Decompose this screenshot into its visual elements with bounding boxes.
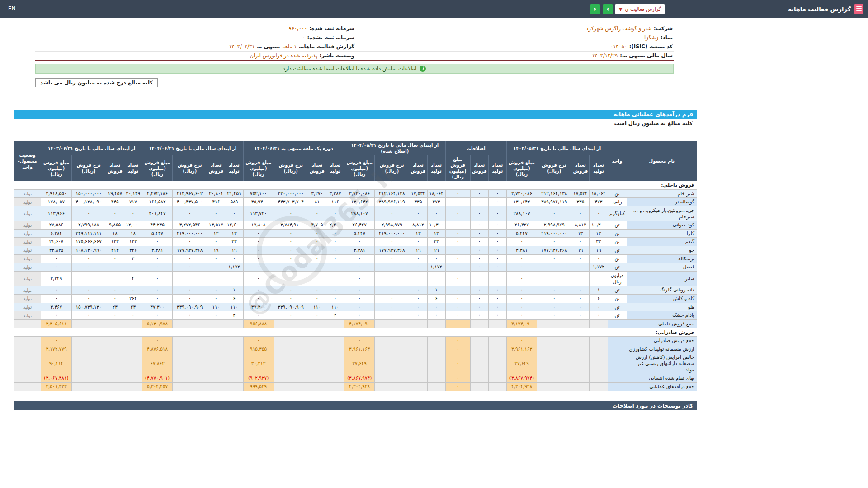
num-cell: ۰ (71, 286, 106, 295)
num-cell: ۱۲,۰۰۰ (124, 221, 142, 230)
gray-cell (274, 383, 308, 391)
unit-cell: تن (608, 303, 627, 311)
group-header-ytd-0531: از ابتدای سال مالی تا تاریخ ۱۴۰۴/۰۵/۳۱ (506, 141, 608, 155)
num-cell: ۱۶۶,۵۸۲ (142, 198, 172, 206)
status-cell: تولید (14, 311, 41, 320)
num-cell: ۳۸۹,۹۷۶,۱۱۹ (537, 198, 571, 206)
report-icon (854, 4, 863, 14)
num-cell: ۰ (571, 303, 590, 311)
num-cell: ۳,۷۸۴,۹۱۰ (274, 221, 308, 230)
gray-cell (207, 345, 225, 353)
num-cell: ۴ (124, 272, 142, 286)
num-cell: ۰ (590, 303, 608, 311)
amount-cell: ۰ (344, 337, 375, 345)
num-cell: ۱,۱۷۲ (225, 263, 243, 272)
gray-cell (488, 383, 506, 391)
gray-cell (590, 383, 608, 391)
gray-cell (225, 383, 243, 391)
name-cell: کاه و کلش (627, 294, 697, 303)
num-cell: ۰ (409, 238, 427, 246)
num-cell: ۰ (274, 254, 308, 263)
report-type-dropdown[interactable]: گزارش فعالیت ن ▼ (615, 4, 665, 14)
status-cell: تولید (14, 221, 41, 230)
gray-cell (409, 337, 427, 345)
num-cell: ۳ (124, 254, 142, 263)
amounts-note-wrap: کلیه مبالغ درج شده به میلیون ریال می باش… (35, 78, 674, 87)
language-toggle[interactable]: EN (8, 5, 16, 12)
product-row: کلزاتن۱۳۱۳۴۱۹,۰۰۰,۰۰۰۵,۴۴۷۰۰۰۱۳۱۳۴۱۹,۰۰۰… (14, 229, 697, 238)
gray-cell (308, 383, 326, 391)
nav-back-button[interactable]: ‹ (590, 4, 600, 14)
gray-cell (470, 337, 488, 345)
num-cell: ۰ (506, 303, 537, 311)
info-value: شیر و گوشت زاگرس شهرکرد (586, 25, 651, 32)
num-cell: ۱۳۰,۶۴۲ (506, 198, 537, 206)
num-cell: ۴۴۵ (106, 198, 124, 206)
num-cell: ۰ (409, 311, 427, 320)
gray-cell (409, 374, 427, 383)
num-cell: ۰ (142, 294, 172, 303)
num-cell: ۱۲۳ (124, 238, 142, 246)
num-cell: ۰ (243, 286, 274, 295)
gray-cell (173, 383, 207, 391)
sub-header: مبلغ فروش (میلیون ریال) (344, 155, 375, 181)
gray-cell (409, 345, 427, 353)
num-cell: ۲۶,۴۲۷ (506, 221, 537, 230)
num-cell: ۱,۱۷۲ (590, 263, 608, 272)
num-cell: ۰ (445, 189, 470, 198)
num-cell: ۲۸۸,۱۰۷ (344, 206, 375, 221)
sub-header: نرخ فروش (ریال) (537, 155, 571, 181)
num-cell: ۰ (445, 303, 470, 311)
amount-cell: ۴,۳۰۴,۹۲۸ (344, 383, 375, 391)
gray-cell (71, 337, 106, 345)
nav-forward-button[interactable]: › (603, 4, 613, 14)
gray-cell (590, 319, 608, 328)
num-cell: ۰ (537, 254, 571, 263)
unit-cell: راس (608, 198, 627, 206)
num-cell: ۰ (326, 254, 344, 263)
gray-cell (409, 353, 427, 374)
total-label: جمع فروش داخلی (627, 319, 697, 328)
num-cell: ۴۰۰,۱۲۸,۰۹۰ (71, 198, 106, 206)
num-cell: ۵,۴۴۷ (506, 229, 537, 238)
num-cell: ۱ (590, 286, 608, 295)
gray-cell (427, 337, 445, 345)
num-cell: ۱۳ (571, 229, 590, 238)
status-cell: تولید (14, 294, 41, 303)
num-cell: ۴۷۳ (427, 198, 445, 206)
gray-cell (470, 374, 488, 383)
gray-cell (571, 337, 590, 345)
gray-cell (470, 345, 488, 353)
num-cell: ۰ (173, 238, 207, 246)
num-cell: ۳,۷۲۰,۰۸۶ (344, 189, 375, 198)
num-cell (173, 272, 207, 286)
info-label: شرکت: (654, 25, 673, 32)
section-row: فروش داخلی: (14, 181, 697, 190)
gray-cell (571, 383, 590, 391)
sub-header: تعداد فروش (409, 155, 427, 181)
num-cell: ۰ (470, 263, 488, 272)
num-cell: ۰ (173, 311, 207, 320)
num-cell: ۰ (207, 238, 225, 246)
num-cell: ۱۳۰,۶۴۲ (344, 198, 375, 206)
num-cell: ۳۳۹,۰۹۰,۹۰۹ (274, 303, 308, 311)
num-cell: ۴۱۹,۰۰۰,۰۰۰ (173, 229, 207, 238)
gray-cell (427, 319, 445, 328)
num-cell: ۰ (173, 294, 207, 303)
num-cell: ۰ (274, 206, 308, 221)
num-cell: ۰ (106, 294, 124, 303)
name-cell: هلو (627, 303, 697, 311)
gray-cell (308, 345, 326, 353)
amount-cell: ۰ (445, 319, 470, 328)
num-cell: ۰ (470, 229, 488, 238)
info-label: سرمایه ثبت شده: (309, 25, 354, 32)
num-cell: ۱۳ (409, 229, 427, 238)
status-cell: تولید (14, 198, 41, 206)
unit-cell: تن (608, 254, 627, 263)
num-cell: ۰ (445, 294, 470, 303)
num-cell: ۱۹ (225, 246, 243, 255)
num-cell: ۲,۹۱۸,۵۵۰ (41, 189, 71, 198)
num-cell: ۰ (142, 311, 172, 320)
num-cell (308, 272, 326, 286)
unit-cell: کیلوگرم (608, 206, 627, 221)
